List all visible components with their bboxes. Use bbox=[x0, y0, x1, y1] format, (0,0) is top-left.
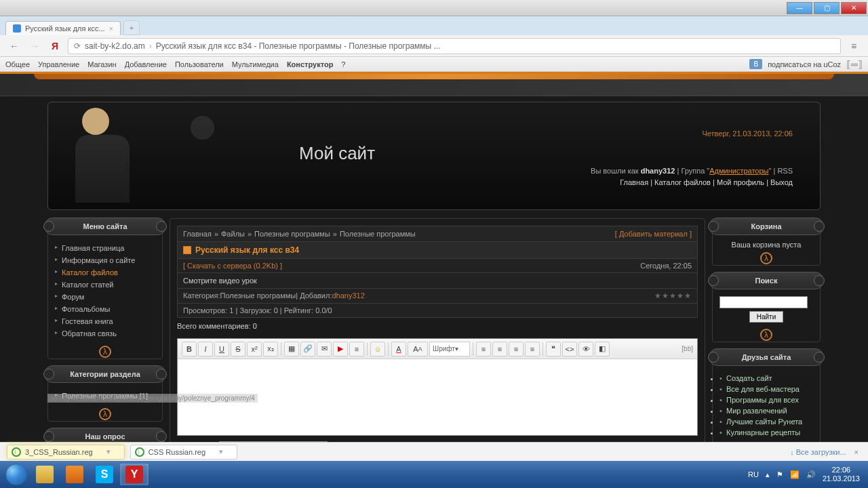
author-link[interactable]: dhany312 bbox=[332, 291, 364, 300]
forward-button[interactable]: → bbox=[27, 39, 42, 54]
video-button[interactable]: ▶ bbox=[333, 342, 348, 357]
username[interactable]: dhany312 bbox=[641, 167, 675, 175]
crumb-link[interactable]: Файлы bbox=[221, 230, 245, 238]
smiley-button[interactable]: ☺ bbox=[370, 342, 385, 357]
menu-item[interactable]: Добавление bbox=[125, 60, 167, 68]
taskbar-browser-icon[interactable]: Y bbox=[120, 464, 149, 485]
search-button[interactable]: Найти bbox=[749, 311, 784, 323]
nav-link[interactable]: Выход bbox=[770, 178, 793, 186]
friend-link[interactable]: Создать сайт bbox=[719, 373, 813, 384]
add-material-link[interactable]: [ Добавить материал ] bbox=[615, 230, 692, 238]
tray-lang[interactable]: RU bbox=[748, 470, 759, 479]
menu-link[interactable]: Обратная связь bbox=[55, 327, 155, 340]
strike-button[interactable]: S bbox=[231, 342, 245, 357]
url-input[interactable]: ⟳ sait-by-k2.do.am › Русский язык для кс… bbox=[68, 38, 841, 54]
menu-link[interactable]: Гостевая книга bbox=[55, 315, 155, 327]
taskbar-skype-icon[interactable]: S bbox=[90, 464, 119, 485]
menu-item[interactable]: Общее bbox=[5, 60, 30, 68]
user-group-link[interactable]: Администраторы bbox=[709, 167, 768, 175]
nav-link[interactable]: Главная bbox=[620, 178, 648, 186]
window-maximize-button[interactable]: ▢ bbox=[814, 2, 840, 14]
link-button[interactable]: 🔗 bbox=[300, 342, 315, 357]
window-minimize-button[interactable]: — bbox=[787, 2, 812, 14]
taskbar-clock[interactable]: 22:06 21.03.2013 bbox=[823, 466, 860, 483]
tab-close-icon[interactable]: × bbox=[109, 24, 113, 33]
browser-tab[interactable]: Русский язык для ксс... × bbox=[5, 21, 121, 35]
nav-link[interactable]: Мой профиль bbox=[717, 178, 764, 186]
taskbar-explorer-icon[interactable] bbox=[31, 464, 59, 485]
menu-link[interactable]: Фотоальбомы bbox=[55, 303, 155, 315]
tray-chevron-icon[interactable]: ▴ bbox=[766, 470, 770, 479]
slider-icon[interactable]: ⟦═⟧ bbox=[846, 59, 863, 70]
crumb-link[interactable]: Главная bbox=[183, 230, 212, 238]
menu-link[interactable]: Форум bbox=[55, 291, 155, 303]
ucoz-menubar: Общее Управление Магазин Добавление Поль… bbox=[0, 57, 868, 72]
reload-icon[interactable]: ⟳ bbox=[74, 41, 81, 51]
hide-button[interactable]: 👁 bbox=[578, 342, 593, 357]
email-button[interactable]: ✉ bbox=[317, 342, 332, 357]
font-select[interactable]: Шрифт ▾ bbox=[429, 342, 470, 357]
menu-link[interactable]: Каталог статей bbox=[55, 279, 155, 291]
menu-item[interactable]: Мультимедиа bbox=[232, 60, 279, 68]
download-bar: 3_CSS_Russian.reg ▾ CSS Russian.reg ▾ ↓ … bbox=[0, 442, 868, 461]
friend-link[interactable]: Лучшие сайты Рунета bbox=[719, 416, 813, 427]
sub-button[interactable]: x₂ bbox=[263, 342, 278, 357]
nav-link[interactable]: Каталог файлов bbox=[654, 178, 711, 186]
menu-item[interactable]: Магазин bbox=[87, 60, 116, 68]
spoiler-button[interactable]: ◧ bbox=[595, 342, 610, 357]
align-center-button[interactable]: ≡ bbox=[492, 342, 507, 357]
post-body: Смотрите видео урок bbox=[177, 273, 698, 289]
crumb-link[interactable]: Полезные программы bbox=[254, 230, 330, 238]
search-input[interactable] bbox=[719, 296, 808, 308]
menu-item[interactable]: ? bbox=[341, 60, 345, 68]
sup-button[interactable]: x² bbox=[247, 342, 262, 357]
back-button[interactable]: ← bbox=[7, 39, 22, 54]
start-button[interactable] bbox=[3, 461, 30, 488]
window-close-button[interactable]: ✕ bbox=[841, 2, 867, 14]
bbcode-toggle[interactable]: [bb] bbox=[682, 345, 693, 352]
download-item[interactable]: CSS Russian.reg ▾ bbox=[130, 445, 237, 460]
download-link[interactable]: [ Скачать с сервера (0.2Kb) ] bbox=[183, 262, 282, 270]
menu-link[interactable]: Главная страница bbox=[55, 242, 155, 254]
align-justify-button[interactable]: ≡ bbox=[525, 342, 540, 357]
download-item[interactable]: 3_CSS_Russian.reg ▾ bbox=[7, 445, 125, 460]
code-button[interactable]: <> bbox=[562, 342, 577, 357]
taskbar-media-icon[interactable] bbox=[60, 464, 89, 485]
align-left-button[interactable]: ≡ bbox=[476, 342, 491, 357]
tray-network-icon[interactable]: 📶 bbox=[790, 470, 800, 479]
italic-button[interactable]: I bbox=[198, 342, 213, 357]
menu-item[interactable]: Пользователи bbox=[175, 60, 224, 68]
menu-item[interactable]: Управление bbox=[38, 60, 79, 68]
friend-link[interactable]: Программы для всех bbox=[719, 394, 813, 405]
size-button[interactable]: AA bbox=[408, 342, 428, 357]
tray-volume-icon[interactable]: 🔊 bbox=[806, 470, 816, 479]
friend-link[interactable]: Все для веб-мастера bbox=[719, 384, 813, 394]
list-button[interactable]: ≡ bbox=[349, 342, 364, 357]
friend-link[interactable]: Мир развлечений bbox=[719, 405, 813, 416]
yandex-button[interactable]: Я bbox=[47, 39, 62, 54]
tray-flag-icon[interactable]: ⚑ bbox=[776, 470, 783, 479]
align-right-button[interactable]: ≡ bbox=[509, 342, 524, 357]
friend-link[interactable]: Кулинарные рецепты bbox=[719, 427, 813, 438]
menu-link[interactable]: Информация о сайте bbox=[55, 254, 155, 266]
menu-link[interactable]: Каталог файлов bbox=[55, 266, 155, 279]
all-downloads-link[interactable]: ↓ Все загрузки... bbox=[790, 448, 846, 456]
checkbox-icon[interactable] bbox=[183, 246, 191, 254]
underline-button[interactable]: U bbox=[214, 342, 229, 357]
favicon-icon bbox=[13, 24, 21, 33]
color-button[interactable]: A bbox=[391, 342, 406, 357]
menu-item[interactable]: Конструктор bbox=[287, 60, 333, 68]
bold-button[interactable]: B bbox=[182, 342, 197, 357]
image-button[interactable]: ▦ bbox=[284, 342, 299, 357]
menu-icon[interactable]: ≡ bbox=[846, 39, 861, 54]
category-link[interactable]: Полезные программы bbox=[220, 291, 296, 300]
rss-link[interactable]: RSS bbox=[777, 167, 793, 175]
post-stats-row: Просмотров: 1 | Загрузок: 0 | Рейтинг: 0… bbox=[177, 304, 698, 318]
friends-list: Создать сайт Все для веб-мастера Програм… bbox=[719, 373, 813, 438]
subscribe-link[interactable]: подписаться на uCoz bbox=[768, 60, 841, 68]
rating-stars[interactable]: ★★★★★ bbox=[654, 291, 692, 300]
download-bar-close[interactable]: × bbox=[852, 448, 861, 456]
new-tab-button[interactable]: + bbox=[123, 20, 140, 35]
crumb-link[interactable]: Полезные программы bbox=[340, 230, 416, 238]
quote-button[interactable]: ❝ bbox=[546, 342, 561, 357]
